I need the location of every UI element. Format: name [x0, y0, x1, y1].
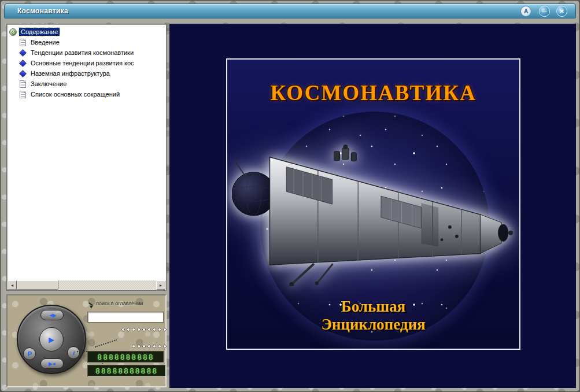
tree-item-main-trends[interactable]: Основные тенденции развития кос — [8, 58, 165, 68]
tree-item-label: Содержание — [19, 28, 60, 36]
tree-item-abbreviations[interactable]: Список основных сокращений — [8, 89, 165, 99]
tree-item-contents[interactable]: Содержание — [8, 27, 165, 37]
scrollbar-thumb[interactable] — [17, 280, 58, 290]
play-button[interactable]: ▶ — [39, 327, 64, 352]
tree-item-introduction[interactable]: Введение — [8, 37, 165, 47]
window-title: Космонавтика — [17, 7, 68, 15]
scroll-right-icon[interactable]: ► — [156, 280, 165, 290]
titlebar[interactable]: Космонавтика A — ✕ — [4, 3, 576, 19]
tree-item-label: Список основных сокращений — [29, 90, 121, 98]
print-button[interactable]: P — [23, 347, 36, 360]
content-area: КОСМОНАВТИКА — [169, 24, 576, 388]
diamond-icon — [19, 49, 27, 57]
info-button[interactable]: A — [520, 6, 531, 17]
subtitle-line-1: Большая — [227, 298, 519, 316]
indicator-dots — [121, 327, 167, 332]
minimize-button[interactable]: — — [539, 6, 550, 17]
title-page: КОСМОНАВТИКА — [226, 58, 520, 350]
toc-panel: Содержание Введение Тенденции развития к… — [6, 24, 167, 291]
tree-item-trends[interactable]: Тенденции развития космонавтики — [8, 47, 165, 58]
indicator-dots — [131, 344, 167, 349]
toc-search-input[interactable] — [87, 312, 164, 323]
horizontal-scrollbar[interactable]: ◄ ► — [8, 280, 165, 290]
led-display-bottom: 88888888888 — [87, 365, 166, 377]
document-icon — [20, 80, 26, 88]
subtitle-line-2: Энциклопедия — [227, 316, 519, 334]
toc-tree: Содержание Введение Тенденции развития к… — [8, 27, 165, 280]
navigation-wheel: ◄▶ ▶◄ P i ▶ — [17, 305, 86, 374]
nav-back-forward-button[interactable]: ◄▶ — [40, 310, 64, 320]
encyclopedia-title: КОСМОНАВТИКА — [227, 80, 519, 105]
scroll-left-icon[interactable]: ◄ — [8, 280, 17, 290]
document-icon — [20, 39, 26, 46]
encyclopedia-subtitle: Большая Энциклопедия — [227, 298, 519, 334]
diamond-icon — [19, 60, 27, 67]
led-display-top: 8888888888 — [87, 351, 164, 363]
tree-item-label: Основные тенденции развития кос — [29, 59, 136, 67]
tree-item-label: Наземная инфраструктура — [29, 69, 112, 77]
app-window: Космонавтика A — ✕ Содержание Введение Т… — [0, 0, 580, 392]
tree-item-label: Заключение — [29, 80, 68, 88]
search-caption: поиск в оглавлении — [88, 301, 165, 306]
book-icon — [9, 28, 17, 36]
info-nav-button[interactable]: i — [67, 346, 80, 359]
document-icon — [20, 91, 26, 98]
diamond-icon — [19, 70, 27, 77]
tree-item-ground-infrastructure[interactable]: Наземная инфраструктура — [8, 68, 165, 79]
nav-skip-button[interactable]: ▶◄ — [40, 358, 64, 369]
space-station-image — [232, 140, 519, 286]
tree-item-conclusion[interactable]: Заключение — [8, 79, 165, 89]
tree-item-label: Введение — [29, 38, 61, 46]
pointer-arrow-icon — [88, 301, 94, 306]
circuit-trace — [95, 339, 117, 347]
scrollbar-track[interactable] — [17, 280, 156, 290]
control-panel: ◄▶ ▶◄ P i ▶ поиск в оглавлении 888888888… — [6, 294, 167, 387]
close-button[interactable]: ✕ — [556, 6, 567, 17]
tree-item-label: Тенденции развития космонавтики — [29, 49, 135, 57]
